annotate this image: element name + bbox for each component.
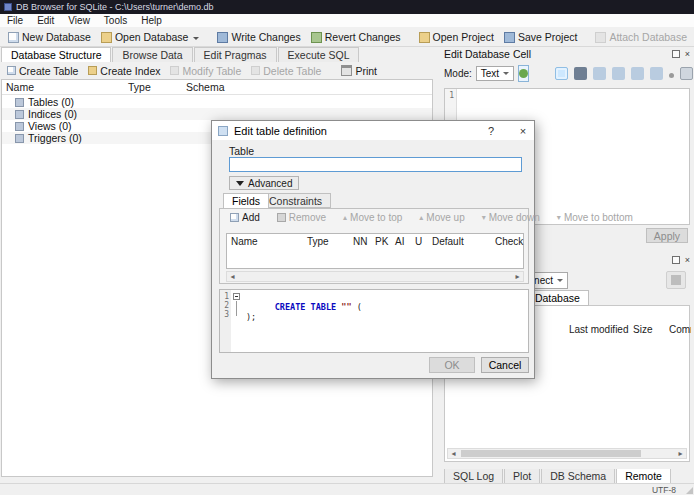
col-type[interactable]: Type [307,236,329,247]
tab-database-structure[interactable]: Database Structure [1,47,111,62]
col-name[interactable]: Name [231,236,258,247]
import-icon[interactable] [593,67,606,80]
create-table-button[interactable]: Create Table [3,64,84,78]
attach-database-button: Attach Database [591,30,693,44]
text-mode-toggle-icon[interactable] [555,67,568,80]
write-changes-icon [217,32,228,43]
tab-browse-data[interactable]: Browse Data [112,47,192,62]
main-toolbar: New Database Open Database Write Changes… [0,28,694,47]
edit-cell-dock-header: Edit Database Cell × [444,47,690,61]
fields-panel: Add Remove ▴ Move to top ▴ Move up ▾ Mov… [219,208,529,284]
sql-line-1: CREATE TABLE "" ( [244,292,362,322]
scroll-thumb[interactable] [461,450,641,457]
table-name-input[interactable] [229,157,522,172]
arrow-up-icon: ▴ [343,213,347,222]
create-index-button[interactable]: Create Index [84,64,166,78]
binary-mode-icon[interactable] [574,67,587,80]
remote-col-last-modified[interactable]: Last modified [569,324,628,335]
tab-sql-log[interactable]: SQL Log [444,469,503,484]
chevron-down-icon [557,279,563,282]
scroll-left-icon[interactable]: ◂ [227,272,238,281]
apply-button: Apply [646,228,688,243]
modify-table-button: Modify Table [166,64,247,78]
tab-db-schema[interactable]: DB Schema [541,469,615,484]
dialog-help-button[interactable]: ? [484,124,498,138]
fold-line [236,301,237,316]
mode-select[interactable]: Text [476,66,514,81]
dock-float-icon[interactable] [672,256,680,264]
edit-cell-toolbar: Mode: Text [444,63,690,83]
new-database-button[interactable]: New Database [4,30,97,44]
advanced-toggle-button[interactable]: Advanced [229,176,299,190]
col-default[interactable]: Default [432,236,464,247]
window-title: DB Browser for SQLite - C:\Users\turner\… [16,2,214,12]
sql-gutter: 1 2 3 [220,290,231,352]
dock-close-icon[interactable]: × [685,50,690,58]
create-index-icon [88,66,97,75]
col-pk[interactable]: PK [375,236,388,247]
move-up-button: ▴ Move up [415,212,468,223]
tab-constraints[interactable]: Constraints [260,193,331,208]
trigger-icon [15,134,24,143]
delete-table-icon [251,66,260,75]
dialog-title: Edit table definition [234,125,327,137]
fold-collapse-icon[interactable] [233,293,240,300]
dialog-close-button[interactable]: × [516,124,530,138]
col-ai[interactable]: AI [395,236,404,247]
remote-hscrollbar[interactable]: ◂ ▸ [447,448,687,459]
fields-hscrollbar[interactable]: ◂ ▸ [226,271,524,282]
create-table-icon [7,66,16,75]
print-cell-icon[interactable] [680,67,693,80]
menu-tools[interactable]: Tools [97,15,134,26]
col-u[interactable]: U [415,236,422,247]
tab-plot[interactable]: Plot [504,469,540,484]
write-changes-button[interactable]: Write Changes [213,30,306,44]
encoding-label[interactable]: UTF-8 [652,485,676,495]
add-field-button[interactable]: Add [226,212,264,223]
menu-view[interactable]: View [61,15,97,26]
remote-col-commit[interactable]: Commit [669,324,691,335]
scroll-left-icon[interactable]: ◂ [448,449,459,458]
cancel-button[interactable]: Cancel [481,357,529,373]
sql-preview-editor[interactable]: 1 2 3 CREATE TABLE "" ( ); [219,289,529,353]
tab-execute-sql[interactable]: Execute SQL [278,47,360,62]
open-database-button[interactable]: Open Database [97,30,206,44]
save-icon[interactable] [631,67,644,80]
tree-col-name[interactable]: Name [6,81,34,93]
tree-item-tables[interactable]: Tables (0) [2,96,432,108]
menu-edit[interactable]: Edit [30,15,61,26]
bottom-dock-tabs: SQL Log Plot DB Schema Remote [444,469,672,484]
tab-edit-pragmas[interactable]: Edit Pragmas [194,47,277,62]
revert-changes-button[interactable]: Revert Changes [307,30,407,44]
remote-col-size[interactable]: Size [633,324,652,335]
fields-toolbar: Add Remove ▴ Move to top ▴ Move up ▾ Mov… [226,212,637,223]
dock-float-icon[interactable] [672,50,680,58]
scroll-right-icon[interactable]: ▸ [512,272,523,281]
tree-col-schema[interactable]: Schema [186,81,225,93]
print-button[interactable]: Print [337,64,383,78]
save-project-button[interactable]: Save Project [500,30,584,44]
tab-fields[interactable]: Fields [223,193,269,209]
tree-col-type[interactable]: Type [128,81,151,93]
sql-string: "" [341,302,351,312]
menu-file[interactable]: File [0,15,30,26]
menu-help[interactable]: Help [134,15,169,26]
col-check[interactable]: Check [495,236,523,247]
col-nn[interactable]: NN [353,236,367,247]
tab-remote[interactable]: Remote [616,469,671,484]
sql-line-3: ); [246,312,256,322]
resize-grip[interactable] [686,487,693,494]
remove-field-button: Remove [273,212,330,223]
export-icon[interactable] [612,67,625,80]
save-project-icon [504,32,515,43]
tree-item-indices[interactable]: Indices (0) [2,108,432,120]
fields-table[interactable]: Name Type NN PK AI U Default Check [226,233,524,269]
auto-switch-mode-button[interactable] [518,65,529,82]
scroll-right-icon[interactable]: ▸ [675,449,686,458]
dock-close-icon[interactable]: × [685,256,690,264]
set-null-icon[interactable] [669,73,674,78]
view-icon [15,122,24,131]
fullscreen-icon[interactable] [650,67,663,80]
open-project-button[interactable]: Open Project [415,30,500,44]
open-database-dropdown-icon[interactable] [193,37,199,40]
